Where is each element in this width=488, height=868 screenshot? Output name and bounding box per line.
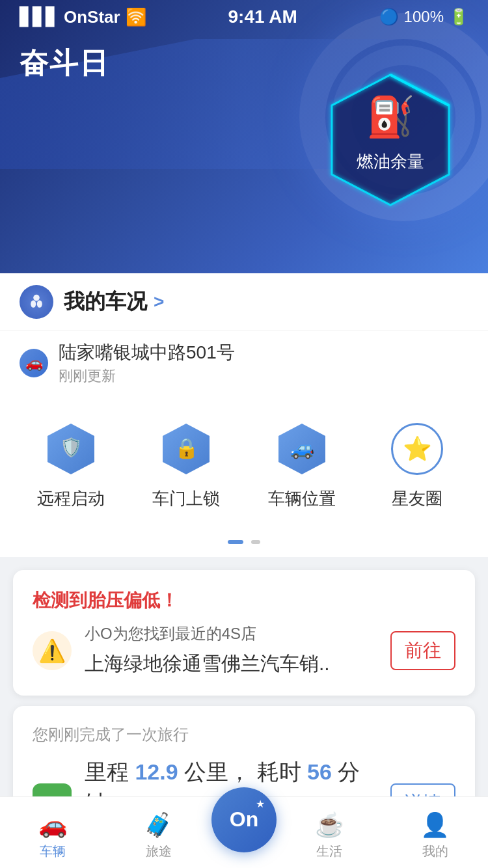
car-status-bar[interactable]: 我的车况 > [0, 273, 488, 331]
quick-actions: 🛡️ 远程启动 🔒 车门上锁 [0, 400, 488, 534]
fuel-label: 燃油余量 [357, 150, 424, 173]
status-carrier: ▋▋▋ OnStar 🛜 [20, 7, 146, 27]
trip-distance-label: 里程 [85, 759, 129, 784]
nav-item-mine[interactable]: 👤 我的 [383, 805, 489, 860]
nav-center-wrap: ★ On [211, 813, 277, 852]
action-star-circle[interactable]: ⭐ 星友圈 [372, 420, 463, 510]
buick-logo-inner [26, 292, 47, 312]
life-nav-icon: ☕ [315, 811, 344, 839]
alert-subtitle: 小O为您找到最近的4S店 [85, 623, 377, 644]
vehicle-location-hex-svg: 🚙 [276, 421, 328, 477]
mine-nav-icon: 👤 [420, 811, 450, 839]
location-address: 陆家嘴银城中路501号 [59, 340, 235, 365]
alert-title: 检测到胎压偏低！ [33, 588, 455, 613]
dot-2 [251, 540, 260, 544]
star-icon: ⭐ [403, 435, 432, 463]
car-location: 🚗 陆家嘴银城中路501号 刚刚更新 [0, 331, 488, 400]
location-text-wrap: 陆家嘴银城中路501号 刚刚更新 [59, 340, 235, 386]
svg-text:🔒: 🔒 [174, 437, 199, 460]
vehicle-nav-icon: 🚗 [38, 811, 68, 839]
alert-body: ⚠️ 小O为您找到最近的4S店 上海绿地徐通雪佛兰汽车销.. 前往 [33, 623, 455, 677]
chevron-right-icon: > [154, 292, 164, 312]
nav-center-star-icon: ★ [256, 798, 265, 810]
star-circle-shape: ⭐ [391, 423, 443, 475]
alert-card: 检测到胎压偏低！ ⚠️ 小O为您找到最近的4S店 上海绿地徐通雪佛兰汽车销.. … [13, 570, 475, 696]
fuel-pump-icon: ⛽ [366, 94, 415, 140]
star-circle-icon-wrap: ⭐ [388, 420, 446, 478]
trip-distance-unit: 公里， [184, 759, 251, 784]
dots-indicator [0, 534, 488, 557]
vehicle-location-icon-wrap: 🚙 [273, 420, 331, 478]
trip-duration-label: 耗时 [257, 759, 301, 784]
nav-center-button[interactable]: ★ On [211, 787, 277, 852]
location-update-time: 刚刚更新 [59, 366, 235, 386]
car-status-text: 我的车况 > [64, 288, 468, 316]
svg-text:🚙: 🚙 [290, 437, 314, 460]
nav-center-text: On [230, 807, 258, 832]
door-lock-hex-svg: 🔒 [160, 421, 212, 477]
bottom-nav: 🚗 车辆 🧳 旅途 ★ On ☕ 生活 👤 我的 [0, 796, 488, 868]
location-icon: 🚗 [25, 355, 43, 372]
hero-title-wrap: 奋斗日 [20, 44, 109, 83]
fuel-indicator[interactable]: ⛽ 燃油余量 [319, 59, 462, 221]
mine-nav-label: 我的 [422, 843, 448, 860]
door-lock-label: 车门上锁 [152, 487, 220, 510]
fuel-content: ⛽ 燃油余量 [357, 94, 424, 173]
car-status-title: 我的车况 > [64, 288, 468, 316]
warning-icon: ⚠️ [33, 631, 72, 670]
nav-item-life[interactable]: ☕ 生活 [277, 805, 383, 860]
action-vehicle-location[interactable]: 🚙 车辆位置 [256, 420, 347, 510]
wifi-icon: 🛜 [126, 7, 146, 27]
journey-nav-label: 旅途 [146, 843, 172, 860]
remote-start-hex-svg: 🛡️ [45, 421, 97, 477]
svg-text:🛡️: 🛡️ [59, 437, 82, 458]
hexagon-shape: ⛽ 燃油余量 [325, 68, 455, 211]
dot-1 [228, 540, 243, 544]
status-battery: 🔵 100% 🔋 [379, 8, 468, 26]
journey-nav-icon: 🧳 [144, 811, 173, 839]
door-lock-icon-wrap: 🔒 [157, 420, 215, 478]
hero-title: 奋斗日 [20, 44, 109, 83]
buick-logo [20, 285, 53, 319]
action-remote-start[interactable]: 🛡️ 远程启动 [25, 420, 116, 510]
trip-header: 您刚刚完成了一次旅行 [33, 724, 455, 745]
alert-shop-name: 上海绿地徐通雪佛兰汽车销.. [85, 651, 377, 677]
status-time: 9:41 AM [228, 7, 297, 27]
trip-duration-value: 56 [307, 759, 332, 784]
bluetooth-icon: 🔵 [379, 8, 399, 26]
life-nav-label: 生活 [316, 843, 342, 860]
vehicle-location-label: 车辆位置 [268, 487, 336, 510]
battery-icon: 🔋 [449, 8, 468, 26]
trip-distance-value: 12.9 [135, 759, 178, 784]
vehicle-nav-label: 车辆 [40, 843, 66, 860]
nav-item-journey[interactable]: 🧳 旅途 [106, 805, 212, 860]
remote-start-label: 远程启动 [37, 487, 105, 510]
actions-row: 🛡️ 远程启动 🔒 车门上锁 [13, 420, 475, 510]
alert-go-button[interactable]: 前往 [390, 631, 455, 670]
action-door-lock[interactable]: 🔒 车门上锁 [141, 420, 232, 510]
hero-section: 奋斗日 ⛽ 燃油余量 [0, 0, 488, 273]
signal-icon: ▋▋▋ [20, 7, 59, 27]
alert-text-wrap: 小O为您找到最近的4S店 上海绿地徐通雪佛兰汽车销.. [85, 623, 377, 677]
status-bar: ▋▋▋ OnStar 🛜 9:41 AM 🔵 100% 🔋 [0, 0, 488, 31]
location-icon-wrap: 🚗 [20, 349, 48, 377]
remote-start-icon-wrap: 🛡️ [42, 420, 100, 478]
star-circle-label: 星友圈 [392, 487, 442, 510]
nav-item-vehicle[interactable]: 🚗 车辆 [0, 805, 106, 860]
